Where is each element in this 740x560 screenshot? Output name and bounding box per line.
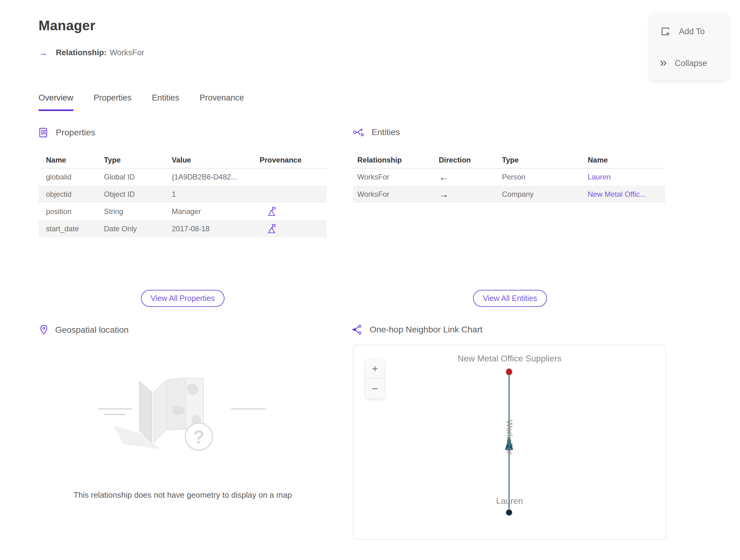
add-to-label: Add To — [679, 27, 705, 36]
view-all-entities-wrap: View All Entities — [354, 290, 666, 307]
entity-relationship: WorksFor — [353, 190, 439, 199]
properties-icon — [38, 127, 49, 138]
property-type: String — [104, 207, 172, 216]
property-value: 1 — [172, 190, 260, 199]
properties-section-title: Properties — [56, 128, 95, 137]
property-type: Global ID — [104, 173, 172, 181]
entities-section-title: Entities — [372, 127, 400, 137]
table-row: position String Manager — [38, 203, 327, 220]
subtitle-text: Relationship:WorksFor — [56, 48, 144, 57]
property-type: Object ID — [104, 190, 172, 199]
table-row: WorksFor ← Person Lauren — [353, 168, 665, 186]
zoom-control: + − — [366, 359, 384, 398]
geospatial-empty-message: This relationship does not have geometry… — [38, 490, 327, 500]
view-all-entities-button[interactable]: View All Entities — [473, 290, 547, 307]
entity-name-link[interactable]: New Metal Offic... — [588, 190, 665, 199]
relationship-details-page: Manager → Relationship:WorksFor Add To »… — [0, 0, 740, 560]
tab-overview[interactable]: Overview — [38, 93, 73, 111]
property-value: 2017-08-18 — [172, 224, 260, 233]
collapse-button[interactable]: » Collapse — [660, 58, 707, 69]
tab-bar: Overview Properties Entities Provenance — [38, 93, 244, 111]
relationship-arrow-icon: → — [38, 48, 48, 57]
tab-entities[interactable]: Entities — [152, 93, 179, 111]
properties-table-header: Name Type Value Provenance — [38, 152, 327, 168]
entity-type: Person — [502, 173, 588, 181]
subtitle-label: Relationship: — [56, 48, 107, 57]
map-pin-icon — [39, 324, 49, 336]
properties-section-header: Properties — [38, 127, 95, 138]
entity-relationship: WorksFor — [353, 173, 439, 181]
geospatial-section-title: Geospatial location — [55, 325, 128, 335]
entities-table-header: Relationship Direction Type Name — [353, 152, 665, 168]
node-label-company: New Metal Office Suppliers — [353, 354, 666, 364]
col-header-type: Type — [502, 156, 588, 164]
tab-provenance[interactable]: Provenance — [199, 93, 244, 111]
direction-arrow-icon: → — [439, 189, 502, 200]
link-chart-section-header: One-hop Neighbor Link Chart — [351, 324, 482, 335]
direction-arrow-icon: ← — [439, 172, 502, 183]
entities-table: Relationship Direction Type Name WorksFo… — [353, 152, 665, 203]
col-header-relationship: Relationship — [353, 156, 439, 164]
node-label-person: Lauren — [353, 496, 666, 506]
table-row: WorksFor → Company New Metal Offic... — [353, 186, 665, 203]
properties-table: Name Type Value Provenance globalid Glob… — [38, 152, 327, 238]
breadcrumb: → Relationship:WorksFor — [38, 48, 144, 57]
property-name: globalid — [38, 173, 104, 181]
property-provenance — [260, 206, 327, 217]
view-all-properties-button[interactable]: View All Properties — [141, 290, 225, 307]
edge-label: WorksFor — [505, 420, 514, 455]
col-header-direction: Direction — [439, 156, 502, 164]
entities-section-header: Entities — [353, 127, 400, 137]
zoom-out-button[interactable]: − — [366, 379, 384, 398]
entity-name-link[interactable]: Lauren — [588, 173, 665, 181]
node-person[interactable] — [506, 509, 512, 516]
link-chart-section-title: One-hop Neighbor Link Chart — [370, 325, 482, 335]
col-header-provenance: Provenance — [260, 156, 327, 164]
collapse-label: Collapse — [675, 59, 707, 68]
provenance-flag-icon[interactable] — [267, 223, 327, 234]
col-header-type: Type — [104, 156, 172, 164]
add-to-button[interactable]: Add To — [660, 26, 705, 37]
entities-icon — [353, 127, 365, 137]
subtitle-value: WorksFor — [110, 48, 144, 57]
link-chart-canvas[interactable]: New Metal Office Suppliers WorksFor Laur… — [353, 345, 666, 540]
property-name: objectid — [38, 190, 104, 199]
add-to-icon — [660, 26, 671, 37]
provenance-flag-icon[interactable] — [267, 206, 327, 217]
property-name: start_date — [38, 224, 104, 233]
property-value: {1A9DB2B6-D482... — [172, 173, 260, 181]
view-all-properties-wrap: View All Properties — [38, 290, 327, 307]
entity-type: Company — [502, 190, 588, 199]
property-value: Manager — [172, 207, 260, 216]
table-row: globalid Global ID {1A9DB2B6-D482... — [38, 168, 327, 186]
page-title: Manager — [38, 18, 95, 33]
node-company[interactable] — [506, 369, 512, 375]
property-provenance — [260, 223, 327, 234]
map-placeholder-illustration: ? — [96, 360, 268, 487]
table-row: start_date Date Only 2017-08-18 — [38, 220, 327, 238]
question-mark-glyph: ? — [193, 426, 205, 448]
table-row: objectid Object ID 1 — [38, 186, 327, 203]
col-header-name: Name — [588, 156, 665, 164]
property-type: Date Only — [104, 224, 172, 233]
property-name: position — [38, 207, 104, 216]
link-chart-icon — [351, 324, 363, 335]
collapse-icon: » — [660, 56, 667, 69]
tab-properties[interactable]: Properties — [94, 93, 132, 111]
col-header-value: Value — [172, 156, 260, 164]
actions-menu: Add To » Collapse — [651, 14, 728, 80]
zoom-in-button[interactable]: + — [366, 359, 384, 378]
col-header-name: Name — [38, 156, 104, 164]
geospatial-section-header: Geospatial location — [39, 324, 128, 336]
